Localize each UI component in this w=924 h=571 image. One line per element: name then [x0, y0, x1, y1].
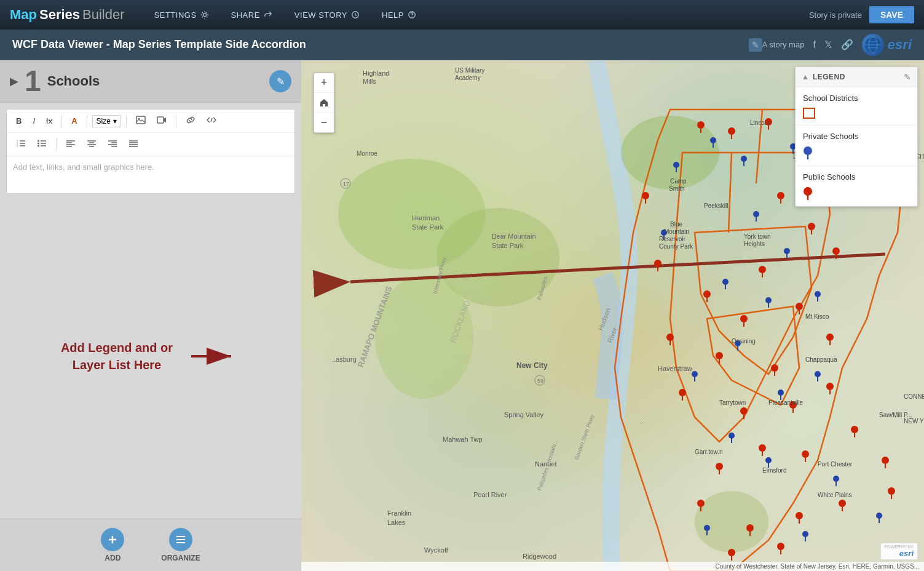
- svg-text:Peekskill: Peekskill: [704, 202, 728, 209]
- toolbar-separator-2: [87, 115, 87, 127]
- align-right-button[interactable]: [103, 137, 122, 152]
- home-button[interactable]: [314, 93, 334, 113]
- share-nav[interactable]: SHARE: [220, 0, 283, 30]
- esri-watermark: esri: [885, 549, 914, 558]
- settings-nav[interactable]: SETTINGS: [143, 0, 220, 30]
- toolbar-separator-5: [56, 138, 57, 151]
- svg-text:Mahwah Twp: Mahwah Twp: [443, 436, 483, 443]
- panel-number: 1: [25, 66, 41, 96]
- panel-edit-button[interactable]: ✎: [269, 70, 291, 92]
- image-icon: [136, 116, 146, 124]
- size-chevron: ▾: [113, 117, 117, 126]
- ordered-list-button[interactable]: 123: [12, 137, 30, 152]
- settings-icon: [200, 10, 209, 19]
- panel-bottom: ADD ORGANIZE: [0, 519, 301, 571]
- svg-text:Mountain: Mountain: [664, 228, 689, 235]
- svg-text:Haverstraw: Haverstraw: [658, 365, 692, 372]
- embed-button[interactable]: [202, 113, 221, 129]
- svg-text:US Military: US Military: [455, 67, 484, 74]
- map-area[interactable]: Harriman State Park Bear Mountain State …: [301, 60, 924, 571]
- top-nav: Map Series Builder SETTINGS SHARE VIEW S…: [0, 0, 924, 30]
- organize-icon: [169, 528, 192, 551]
- save-button[interactable]: SAVE: [869, 6, 914, 23]
- svg-rect-7: [136, 116, 145, 124]
- svg-point-21: [38, 143, 39, 145]
- view-story-icon: [351, 10, 360, 19]
- toolbar-separator-3: [126, 115, 127, 127]
- svg-text:Lincoln: Lincoln: [750, 119, 770, 126]
- share-label: SHARE: [231, 10, 260, 20]
- legend-prompt-text: Add Legend and or Layer List Here: [61, 339, 173, 373]
- svg-text:Garr.tow.n: Garr.tow.n: [695, 449, 723, 455]
- help-nav[interactable]: HELP: [371, 0, 427, 30]
- size-dropdown[interactable]: Size ▾: [92, 115, 121, 127]
- svg-point-50: [695, 491, 768, 553]
- legend-public-symbol: [803, 186, 910, 200]
- add-button[interactable]: ADD: [101, 528, 124, 562]
- nav-items: SETTINGS SHARE VIEW STORY HELP: [143, 0, 809, 30]
- svg-text:Ridgewood: Ridgewood: [523, 553, 556, 560]
- public-school-pin-icon: [803, 186, 813, 200]
- justify-button[interactable]: [124, 137, 143, 152]
- font-color-button[interactable]: A: [67, 114, 81, 128]
- legend-settings-icon[interactable]: ✎: [904, 72, 911, 82]
- svg-text:Camp: Camp: [670, 178, 687, 185]
- svg-text:Spring Valley: Spring Valley: [504, 411, 543, 418]
- strikethrough-button[interactable]: Ix: [42, 114, 57, 128]
- svg-text:Mills: Mills: [363, 78, 376, 85]
- toolbar-row2: 123: [7, 133, 294, 156]
- map-attribution: County of Westchester, State of New Jers…: [301, 562, 924, 571]
- italic-button[interactable]: I: [28, 114, 39, 128]
- svg-point-3: [411, 17, 412, 17]
- legend-districts-label: School Districts: [803, 94, 910, 103]
- link-button[interactable]: [181, 113, 200, 129]
- align-left-icon: [66, 139, 76, 148]
- svg-text:Garden State Pkwy: Garden State Pkwy: [573, 413, 595, 461]
- align-left-button[interactable]: [61, 137, 80, 152]
- svg-point-227: [804, 187, 812, 196]
- panel-collapse-arrow[interactable]: ▶: [10, 74, 18, 88]
- twitter-icon[interactable]: 𝕏: [824, 39, 832, 50]
- legend-public-schools: Public Schools: [796, 166, 917, 206]
- brand-builder: Builder: [82, 7, 124, 23]
- title-bar-right: A story map f 𝕏 🔗 esri: [762, 34, 912, 56]
- svg-text:3: 3: [17, 144, 18, 147]
- legend-title-row: ▲ LEGEND: [802, 73, 845, 81]
- title-edit-icon[interactable]: ✎: [749, 38, 762, 52]
- svg-text:Bear Mountain: Bear Mountain: [492, 233, 536, 240]
- image-button[interactable]: [132, 113, 150, 129]
- video-button[interactable]: [152, 113, 171, 129]
- story-map-label: A story map: [762, 40, 805, 49]
- legend-panel-title: LEGEND: [813, 73, 845, 81]
- legend-panel: ▲ LEGEND ✎ School Districts Private Scho…: [795, 66, 918, 207]
- legend-districts-symbol: [803, 108, 910, 119]
- link-icon[interactable]: 🔗: [841, 39, 853, 50]
- brand-map: Map: [10, 7, 37, 23]
- editor-content[interactable]: Add text, links, and small graphics here…: [7, 156, 294, 193]
- editor-area: B I Ix A Size ▾: [6, 109, 295, 194]
- zoom-in-button[interactable]: +: [314, 73, 334, 93]
- svg-rect-9: [157, 117, 164, 123]
- align-center-icon: [87, 139, 97, 148]
- esri-powered-badge: POWERED BY esri: [880, 543, 918, 560]
- legend-collapse-icon[interactable]: ▲: [802, 73, 809, 81]
- edit-pencil-icon: ✎: [277, 76, 285, 87]
- page-title: WCF Data Viewer - Map Series Template Si…: [12, 38, 743, 51]
- facebook-icon[interactable]: f: [813, 39, 815, 50]
- svg-text:White Plains: White Plains: [818, 492, 852, 498]
- legend-panel-header: ▲ LEGEND ✎: [796, 67, 917, 87]
- organize-button[interactable]: ORGANIZE: [161, 528, 200, 562]
- svg-text:Highland: Highland: [363, 70, 389, 77]
- main-content: ▶ 1 Schools ✎ B I Ix A Size ▾: [0, 60, 924, 571]
- bold-button[interactable]: B: [12, 114, 26, 128]
- unordered-list-button[interactable]: [33, 137, 51, 152]
- svg-text:State Park: State Park: [412, 223, 444, 231]
- view-story-nav[interactable]: VIEW STORY: [283, 0, 371, 30]
- legend-arrow-graphic: [191, 341, 240, 372]
- svg-text:17: 17: [343, 181, 349, 187]
- ordered-list-icon: 123: [16, 139, 26, 148]
- align-center-button[interactable]: [82, 137, 101, 152]
- svg-line-10: [211, 118, 212, 122]
- zoom-out-button[interactable]: −: [314, 113, 334, 132]
- settings-label: SETTINGS: [154, 10, 197, 20]
